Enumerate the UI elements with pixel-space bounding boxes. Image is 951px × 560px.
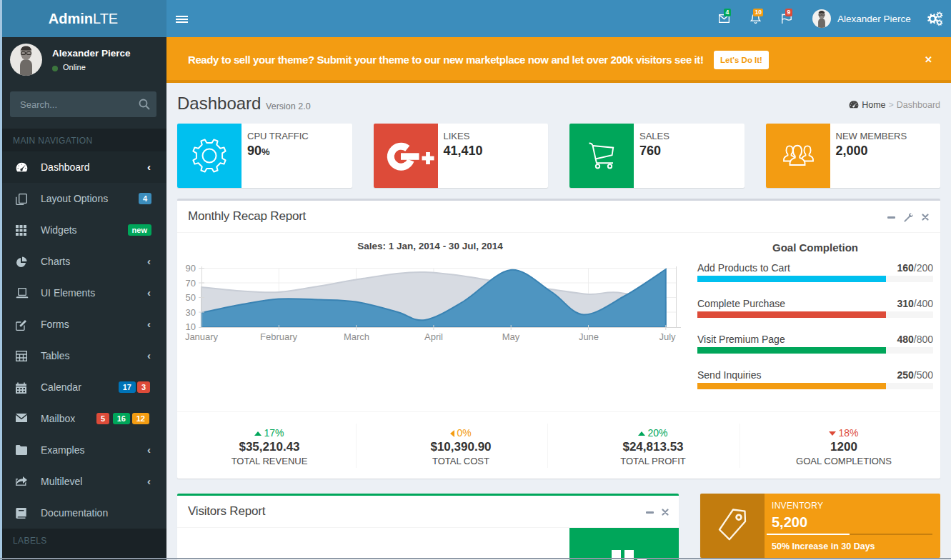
svg-text:April: April xyxy=(424,331,443,342)
svg-text:70: 70 xyxy=(186,278,196,289)
svg-text:February: February xyxy=(260,331,298,342)
svg-text:10: 10 xyxy=(186,321,196,332)
svg-text:May: May xyxy=(502,331,520,342)
svg-text:July: July xyxy=(659,331,676,342)
svg-text:50: 50 xyxy=(186,292,196,303)
svg-text:30: 30 xyxy=(186,307,196,318)
svg-text:January: January xyxy=(185,331,219,342)
svg-text:March: March xyxy=(344,331,369,342)
svg-text:June: June xyxy=(579,331,599,342)
svg-text:90: 90 xyxy=(186,263,196,274)
